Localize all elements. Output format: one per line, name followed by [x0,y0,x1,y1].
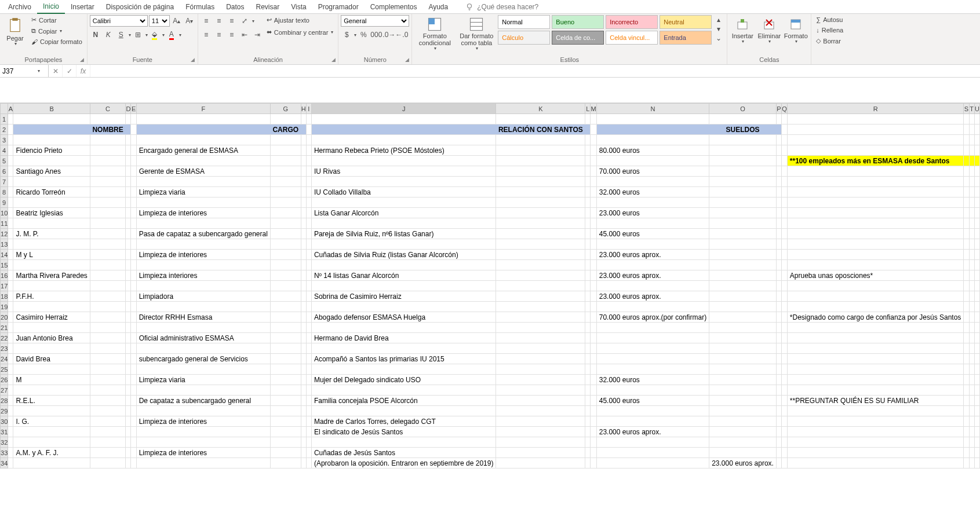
cell-D13[interactable] [126,239,131,250]
cell-Q33[interactable] [782,448,788,458]
cell-O28[interactable] [709,396,777,406]
cell-R33[interactable] [787,448,964,458]
cell-T16[interactable] [969,270,974,281]
cell-P32[interactable] [776,437,781,448]
cell-G10[interactable] [270,208,301,218]
enter-formula-button[interactable]: ✓ [63,65,76,77]
cell-A32[interactable] [8,437,13,448]
cell-L13[interactable] [585,239,591,250]
cell-G24[interactable] [270,354,301,364]
style-bueno[interactable]: Bueno [552,15,604,29]
cell-H27[interactable] [301,385,306,396]
cell-N13[interactable] [596,239,709,250]
cell-R31[interactable] [787,427,964,437]
cell-M17[interactable] [591,281,596,291]
cell-S7[interactable] [964,177,969,187]
cell-B32[interactable] [13,437,90,448]
cell-F33[interactable]: Limpieza de interiores [136,448,270,458]
cell-F13[interactable] [136,239,270,250]
cell-T19[interactable] [969,302,974,312]
cell-Q6[interactable] [782,166,788,177]
cell-G31[interactable] [270,427,301,437]
chevron-down-icon[interactable]: ▾ [129,32,131,38]
cell-E22[interactable] [131,333,136,343]
cell-D26[interactable] [126,375,131,385]
cell-S15[interactable] [964,260,969,270]
cell-T6[interactable] [969,166,974,177]
cell-U2[interactable] [974,125,979,135]
cell-S13[interactable] [964,239,969,250]
cell-C23[interactable] [90,343,125,354]
cell-D3[interactable] [126,135,131,145]
cell-B5[interactable] [13,156,90,166]
cell-P18[interactable] [776,291,781,302]
cell-C10[interactable] [90,208,125,218]
cell-Q24[interactable] [782,354,788,364]
cell-E26[interactable] [131,375,136,385]
row-header-12[interactable]: 12 [1,229,8,239]
cell-R13[interactable] [787,239,964,250]
cell-N31[interactable]: 23.000 euros aprox. [596,427,709,437]
cell-S6[interactable] [964,166,969,177]
cell-M6[interactable] [591,166,596,177]
cell-O22[interactable] [709,333,777,343]
chevron-down-icon[interactable]: ▾ [179,32,181,38]
cell-P16[interactable] [776,270,781,281]
cell-G22[interactable] [270,333,301,343]
cell-F22[interactable]: Oficial administrativo ESMASA [136,333,270,343]
cell-P7[interactable] [776,177,781,187]
tab-disposicion[interactable]: Disposición de página [100,1,180,13]
style-celda-comprobacion[interactable]: Celda de co... [552,31,604,45]
cell-G21[interactable] [270,323,301,333]
cell-G25[interactable] [270,364,301,375]
cut-button[interactable]: ✂Cortar [29,15,85,25]
cell-D8[interactable] [126,187,131,197]
cell-C31[interactable] [90,427,125,437]
cell-Q14[interactable] [782,250,788,260]
cell-L27[interactable] [585,385,591,396]
cell-H13[interactable] [301,239,306,250]
cell-Q15[interactable] [782,260,788,270]
cell-J1[interactable] [311,114,496,125]
cell-T33[interactable] [969,448,974,458]
cell-K20[interactable] [496,312,585,323]
cell-T21[interactable] [969,323,974,333]
cell-O30[interactable] [709,416,777,427]
cell-O7[interactable] [709,177,777,187]
cell-G7[interactable] [270,177,301,187]
cell-I19[interactable] [306,302,311,312]
cell-N26[interactable]: 32.000 euros [596,375,709,385]
cell-K29[interactable] [496,406,585,416]
cell-S14[interactable] [964,250,969,260]
cell-S22[interactable] [964,333,969,343]
cell-C16[interactable] [90,270,125,281]
currency-button[interactable]: $ [341,29,352,41]
cell-O3[interactable] [709,135,777,145]
cell-G20[interactable] [270,312,301,323]
cell-G28[interactable] [270,396,301,406]
cell-S10[interactable] [964,208,969,218]
column-header-C[interactable]: C [90,104,125,114]
cell-Q26[interactable] [782,375,788,385]
cell-E11[interactable] [131,218,136,229]
tab-complementos[interactable]: Complementos [365,1,423,13]
cell-L28[interactable] [585,396,591,406]
cell-R21[interactable] [787,323,964,333]
cell-Q1[interactable] [782,114,788,125]
cell-O23[interactable] [709,343,777,354]
cell-J31[interactable]: El sindicato de Jesús Santos [311,427,496,437]
insert-cells-button[interactable]: Insertar▾ [730,15,755,46]
cell-L18[interactable] [585,291,591,302]
cell-D28[interactable] [126,396,131,406]
cell-R3[interactable] [787,135,964,145]
cell-B26[interactable]: M [13,375,90,385]
cell-N11[interactable] [596,218,709,229]
borders-button[interactable]: ⊞ [132,29,144,41]
cell-R32[interactable] [787,437,964,448]
cell-K12[interactable] [496,229,585,239]
cell-Q21[interactable] [782,323,788,333]
cell-N29[interactable] [596,406,709,416]
cell-E31[interactable] [131,427,136,437]
cell-D4[interactable] [126,145,131,156]
column-header-J[interactable]: J [311,104,496,114]
